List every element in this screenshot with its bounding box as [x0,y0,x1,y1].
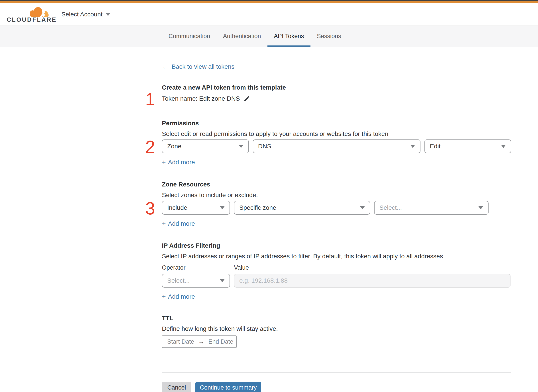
step-number-1: 1 [145,90,156,108]
tab-bar: Communication Authentication API Tokens … [0,25,538,47]
chevron-down-icon [360,206,365,209]
ttl-description: Define how long this token will stay act… [162,325,511,333]
zone-resources-row: Include Specific zone Select... [162,201,511,215]
token-name-text: Token name: Edit zone DNS [162,95,240,103]
footer-divider [162,373,511,373]
permission-scope-select[interactable]: Zone [162,140,249,153]
chevron-down-icon [478,206,483,209]
ip-filtering-labels: Operator Value [162,265,511,271]
chevron-down-icon [106,13,110,16]
zone-type-value: Specific zone [239,204,276,211]
step-number-2: 2 [145,138,156,156]
back-arrow-icon: ← [162,63,168,70]
header: CLOUDFLARE Select Account [0,3,538,25]
tab-api-tokens[interactable]: API Tokens [267,26,310,47]
tab-authentication[interactable]: Authentication [217,26,267,47]
step-number-3: 3 [145,200,156,217]
top-orange-bar [0,1,538,3]
cancel-button[interactable]: Cancel [162,382,191,392]
chevron-down-icon [220,206,225,209]
operator-label: Operator [162,265,234,271]
account-selector[interactable]: Select Account [61,3,110,25]
zone-resources-add-more-link[interactable]: + Add more [162,220,195,228]
end-date-placeholder: End Date [208,338,234,345]
add-more-label: Add more [168,293,195,300]
tab-sessions[interactable]: Sessions [310,26,348,47]
logo-wordmark: CLOUDFLARE [7,16,57,23]
token-name-line: Token name: Edit zone DNS [162,95,511,103]
zone-include-value: Include [167,204,187,211]
permission-group-select[interactable]: DNS [253,140,421,153]
zone-resources-description: Select zones to include or exclude. [162,191,511,199]
ip-filtering-title: IP Address Filtering [162,242,511,249]
account-selector-label: Select Account [61,11,103,18]
value-label: Value [234,265,249,271]
plus-icon: + [162,293,166,300]
edit-pencil-icon[interactable] [243,95,250,102]
zone-include-select[interactable]: Include [162,201,230,215]
start-date-placeholder: Start Date [167,338,194,345]
arrow-right-icon: → [198,338,205,345]
add-more-label: Add more [168,220,195,228]
cloudflare-logo[interactable]: CLOUDFLARE [7,6,49,23]
chevron-down-icon [410,145,415,148]
back-to-tokens-link[interactable]: ← Back to view all tokens [162,63,234,70]
ip-filtering-add-more-link[interactable]: + Add more [162,293,195,300]
zone-type-select[interactable]: Specific zone [234,201,370,215]
permissions-row: Zone DNS Edit [162,140,511,153]
token-template-form: 1 2 3 ← Back to view all tokens Create a… [162,47,511,392]
chevron-down-icon [220,279,225,282]
ttl-date-range-picker[interactable]: Start Date → End Date [162,336,237,348]
ip-operator-placeholder: Select... [167,277,190,284]
ip-filtering-row: Select... [162,274,511,288]
zone-resources-title: Zone Resources [162,181,511,188]
add-more-label: Add more [168,159,195,166]
permission-level-value: Edit [430,143,440,150]
chevron-down-icon [239,145,243,148]
continue-to-summary-button[interactable]: Continue to summary [195,382,261,392]
zone-picker-placeholder: Select... [379,204,402,211]
permissions-description: Select edit or read permissions to apply… [162,130,511,138]
footer-actions: Cancel Continue to summary [162,382,511,392]
cloudflare-cloud-icon [28,6,49,18]
ip-filtering-description: Select IP addresses or ranges of IP addr… [162,252,511,260]
permission-level-select[interactable]: Edit [425,140,511,153]
permission-scope-value: Zone [167,143,181,150]
permissions-add-more-link[interactable]: + Add more [162,159,195,166]
zone-picker-select[interactable]: Select... [374,201,489,215]
tab-communication[interactable]: Communication [162,26,217,47]
plus-icon: + [162,159,166,166]
ttl-title: TTL [162,314,511,322]
ip-value-input[interactable] [234,274,510,288]
permissions-title: Permissions [162,120,511,127]
ip-operator-select[interactable]: Select... [162,274,230,288]
plus-icon: + [162,220,166,228]
page-title: Create a new API token from this templat… [162,84,511,91]
back-link-label: Back to view all tokens [172,63,234,70]
chevron-down-icon [501,145,506,148]
permission-group-value: DNS [258,143,271,150]
